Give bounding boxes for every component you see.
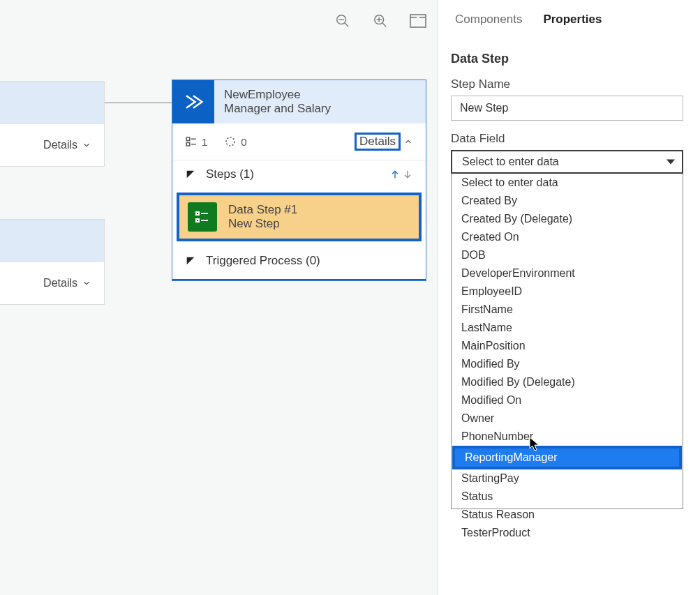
data-field-select-value: Select to enter data	[462, 156, 559, 167]
fit-screen-icon	[410, 14, 426, 28]
data-field-select[interactable]: Select to enter data	[451, 150, 683, 174]
dropdown-option[interactable]: Status Reason	[452, 506, 683, 524]
stage-card-main[interactable]: NewEmployee Manager and Salary 1	[172, 80, 426, 281]
stage-title-line1: NewEmployee	[224, 88, 331, 102]
svg-rect-18	[196, 212, 199, 215]
chevron-down-icon	[82, 278, 91, 288]
svg-rect-7	[410, 15, 426, 27]
arrow-down-icon	[402, 168, 413, 181]
svg-rect-10	[186, 137, 190, 141]
fit-screen-button[interactable]	[410, 13, 426, 29]
form-icon	[185, 135, 198, 148]
dropdown-option[interactable]: StartingPay	[452, 469, 683, 488]
dropdown-option[interactable]: Status	[452, 488, 683, 506]
step-name-label: Step Name	[451, 77, 683, 91]
stage-title-line2: Manager and Salary	[224, 102, 331, 116]
svg-point-14	[226, 137, 234, 146]
details-toggle[interactable]: Details	[355, 133, 413, 151]
tab-components[interactable]: Components	[455, 13, 522, 27]
data-step-icon	[188, 202, 217, 232]
data-field-dropdown[interactable]: Select to enter dataCreated ByCreated By…	[451, 174, 683, 509]
dropdown-option[interactable]: MainPosition	[452, 337, 683, 355]
dropdown-option[interactable]: TesterProduct	[452, 524, 683, 542]
zoom-in-icon	[373, 13, 388, 29]
dropdown-option[interactable]: Modified By	[452, 355, 683, 373]
dropdown-option[interactable]: ReportingManager	[455, 449, 679, 467]
panel-heading: Data Step	[451, 52, 683, 66]
stage-card-header: NewEmployee Manager and Salary	[172, 80, 426, 123]
process-canvas[interactable]: Details Details NewEmployee	[0, 0, 438, 595]
zoom-in-button[interactable]	[372, 13, 389, 29]
tab-properties[interactable]: Properties	[543, 13, 602, 27]
svg-line-4	[382, 23, 387, 27]
triggered-process-header: Triggered Process (0)	[206, 254, 320, 268]
flow-icon	[224, 135, 237, 148]
flow-count: 0	[224, 135, 246, 148]
collapse-triangle-icon[interactable]	[185, 169, 196, 180]
svg-rect-12	[186, 143, 190, 146]
svg-rect-20	[196, 219, 199, 222]
svg-marker-15	[187, 171, 195, 179]
step-subtitle: New Step	[228, 217, 297, 231]
stage-card-header	[0, 82, 104, 123]
stage-chevron-icon	[183, 91, 204, 112]
dropdown-option[interactable]: DeveloperEnvironment	[452, 264, 683, 283]
dropdown-option[interactable]: Created On	[452, 228, 683, 246]
dropdown-option[interactable]: Created By (Delegate)	[452, 210, 683, 228]
dropdown-option[interactable]: DOB	[452, 246, 683, 264]
dropdown-option[interactable]: Select to enter data	[452, 174, 683, 192]
stage-card-header	[0, 220, 104, 262]
dropdown-option[interactable]: FirstName	[452, 301, 683, 319]
details-label-highlight: Details	[355, 133, 401, 151]
step-name-input[interactable]	[451, 96, 683, 121]
connector-line	[105, 103, 172, 103]
stage-card-prev-2[interactable]: Details	[0, 219, 105, 305]
chevron-down-icon	[82, 140, 91, 150]
forms-count: 1	[185, 135, 207, 148]
properties-panel: Components Properties Data Step Step Nam…	[438, 0, 700, 595]
zoom-out-icon	[335, 13, 350, 29]
dropdown-option[interactable]: Modified By (Delegate)	[452, 373, 683, 391]
step-title: Data Step #1	[228, 203, 297, 217]
dropdown-option[interactable]: PhoneNumber	[452, 428, 683, 446]
step-row-selected[interactable]: Data Step #1 New Step	[177, 193, 422, 241]
dropdown-option[interactable]: Created By	[452, 192, 683, 210]
svg-line-1	[345, 23, 349, 27]
svg-marker-22	[187, 257, 195, 265]
dropdown-option[interactable]: Modified On	[452, 391, 683, 409]
dropdown-option[interactable]: EmployeeID	[452, 283, 683, 301]
reorder-arrows[interactable]	[389, 168, 413, 181]
dropdown-option[interactable]: LastName	[452, 319, 683, 337]
zoom-out-button[interactable]	[334, 13, 351, 29]
stage-card-prev-1[interactable]: Details	[0, 81, 105, 167]
chevron-up-icon	[403, 137, 413, 146]
details-toggle[interactable]: Details	[43, 277, 77, 289]
arrow-up-icon	[389, 168, 401, 181]
stage-icon	[172, 80, 214, 123]
collapse-triangle-icon[interactable]	[185, 255, 196, 266]
details-toggle[interactable]: Details	[43, 139, 77, 151]
data-field-label: Data Field	[451, 132, 683, 146]
dropdown-option[interactable]: Owner	[452, 409, 683, 428]
steps-header: Steps (1)	[206, 167, 254, 181]
